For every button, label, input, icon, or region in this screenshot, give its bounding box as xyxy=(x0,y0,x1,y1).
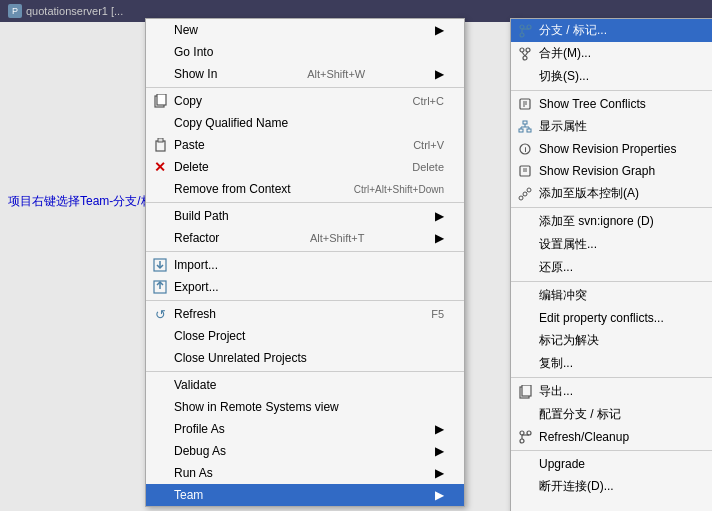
separator-1 xyxy=(146,87,464,88)
sub-separator-4 xyxy=(511,377,712,378)
submenu-item-export2[interactable]: 配置分支 / 标记 xyxy=(511,403,712,426)
svg-rect-23 xyxy=(519,129,523,132)
sub-separator-1 xyxy=(511,90,712,91)
svg-line-16 xyxy=(522,52,525,56)
menu-item-delete[interactable]: ✕ Delete Delete xyxy=(146,156,464,178)
menu-item-build-path[interactable]: Build Path ▶ xyxy=(146,205,464,227)
submenu-item-revert[interactable]: 编辑冲突 xyxy=(511,284,712,307)
build-path-arrow: ▶ xyxy=(425,209,444,223)
menu-item-import[interactable]: Import... xyxy=(146,254,464,276)
svg-point-9 xyxy=(520,33,524,37)
submenu-item-refresh-cleanup[interactable]: Upgrade xyxy=(511,453,712,475)
svg-point-34 xyxy=(519,196,523,200)
svg-point-15 xyxy=(523,56,527,60)
refactor-arrow: ▶ xyxy=(425,231,444,245)
svg-rect-41 xyxy=(522,385,531,396)
svg-point-13 xyxy=(520,48,524,52)
svg-rect-22 xyxy=(523,121,527,124)
submenu-item-show-revision-graph[interactable]: 添加至版本控制(A) xyxy=(511,182,712,205)
menu-item-close-unrelated[interactable]: Close Unrelated Projects xyxy=(146,347,464,369)
config-branch-icon xyxy=(515,430,535,444)
svg-point-42 xyxy=(520,431,524,435)
menu-item-show-remote[interactable]: Show in Remote Systems view xyxy=(146,396,464,418)
svg-text:i: i xyxy=(525,146,527,153)
run-as-arrow: ▶ xyxy=(425,466,444,480)
submenu-item-copy2[interactable]: 导出... xyxy=(511,380,712,403)
svg-rect-24 xyxy=(527,129,531,132)
menu-item-profile-as[interactable]: Profile As ▶ xyxy=(146,418,464,440)
arrow-icon: ▶ xyxy=(425,23,444,37)
menu-item-export[interactable]: Export... xyxy=(146,276,464,298)
profile-as-arrow: ▶ xyxy=(425,422,444,436)
debug-as-arrow: ▶ xyxy=(425,444,444,458)
svg-line-39 xyxy=(527,191,528,192)
svg-rect-3 xyxy=(158,138,163,142)
copy2-icon xyxy=(515,385,535,399)
import-icon xyxy=(150,258,170,272)
menu-item-copy-qualified[interactable]: Copy Qualified Name xyxy=(146,112,464,134)
sub-separator-3 xyxy=(511,281,712,282)
delete-icon: ✕ xyxy=(150,160,170,174)
menu-item-refresh[interactable]: ↺ Refresh F5 xyxy=(146,303,464,325)
separator-2 xyxy=(146,202,464,203)
separator-5 xyxy=(146,371,464,372)
submenu-item-show-tree[interactable]: 显示属性 xyxy=(511,115,712,138)
submenu-item-merge[interactable]: 合并(M)... xyxy=(511,42,712,65)
svg-point-36 xyxy=(527,188,531,192)
svg-rect-1 xyxy=(157,94,166,105)
copy-icon xyxy=(150,94,170,108)
menu-item-show-in[interactable]: Show In Alt+Shift+W ▶ xyxy=(146,63,464,85)
sub-separator-5 xyxy=(511,450,712,451)
separator-3 xyxy=(146,251,464,252)
menu-item-refactor[interactable]: Refactor Alt+Shift+T ▶ xyxy=(146,227,464,249)
submenu-item-show-revision-props[interactable]: Show Revision Graph xyxy=(511,160,712,182)
menu-item-new[interactable]: New ▶ xyxy=(146,19,464,41)
menu-item-paste[interactable]: Paste Ctrl+V xyxy=(146,134,464,156)
menu-item-remove-context[interactable]: Remove from Context Ctrl+Alt+Shift+Down xyxy=(146,178,464,200)
svg-line-38 xyxy=(522,195,523,196)
menu-item-validate[interactable]: Validate xyxy=(146,374,464,396)
menu-item-debug-as[interactable]: Debug As ▶ xyxy=(146,440,464,462)
svg-point-10 xyxy=(527,25,531,29)
submenu-item-show-props[interactable]: i Show Revision Properties xyxy=(511,138,712,160)
show-tree-icon xyxy=(515,120,535,134)
submenu-item-branch-tag[interactable]: 分支 / 标记... xyxy=(511,19,712,42)
refresh-icon: ↺ xyxy=(150,307,170,322)
submenu-item-edit-property-conflicts[interactable]: 标记为解决 xyxy=(511,329,712,352)
menu-item-go-into[interactable]: Go Into xyxy=(146,41,464,63)
menu-item-run-as[interactable]: Run As ▶ xyxy=(146,462,464,484)
submenu-item-mark-resolved[interactable]: 复制... xyxy=(511,352,712,375)
show-in-arrow: ▶ xyxy=(425,67,444,81)
svg-point-44 xyxy=(527,431,531,435)
project-icon: P xyxy=(8,4,22,18)
submenu-item-switch[interactable]: 切换(S)... xyxy=(511,65,712,88)
menu-item-team[interactable]: Team ▶ xyxy=(146,484,464,506)
svg-line-17 xyxy=(525,52,528,56)
export-icon xyxy=(150,280,170,294)
svg-point-8 xyxy=(520,25,524,29)
top-bar-title: quotationserver1 [... xyxy=(26,5,123,17)
show-revision-graph-icon xyxy=(515,187,535,201)
menu-item-copy[interactable]: Copy Ctrl+C xyxy=(146,90,464,112)
svg-point-35 xyxy=(523,192,527,196)
show-props-icon: i xyxy=(515,142,535,156)
separator-4 xyxy=(146,300,464,301)
show-history-icon xyxy=(515,97,535,111)
submenu-item-show-history[interactable]: Show Tree Conflicts xyxy=(511,93,712,115)
submenu-item-disconnect[interactable] xyxy=(511,498,712,511)
team-arrow: ▶ xyxy=(425,488,444,502)
submenu-item-add-version[interactable]: 添加至 svn:ignore (D) xyxy=(511,210,712,233)
svg-point-43 xyxy=(520,439,524,443)
primary-context-menu: New ▶ Go Into Show In Alt+Shift+W ▶ Copy… xyxy=(145,18,465,507)
submenu-item-add-svn-ignore[interactable]: 设置属性... xyxy=(511,233,712,256)
branch-tag-icon xyxy=(515,24,535,38)
merge-icon xyxy=(515,47,535,61)
show-revision-props-icon xyxy=(515,164,535,178)
menu-item-close-project[interactable]: Close Project xyxy=(146,325,464,347)
submenu-item-upgrade[interactable]: 断开连接(D)... xyxy=(511,475,712,498)
submenu-item-set-props[interactable]: 还原... xyxy=(511,256,712,279)
submenu-item-edit-conflict[interactable]: Edit property conflicts... xyxy=(511,307,712,329)
sub-separator-2 xyxy=(511,207,712,208)
paste-icon xyxy=(150,138,170,152)
submenu-item-config-branch[interactable]: Refresh/Cleanup xyxy=(511,426,712,448)
